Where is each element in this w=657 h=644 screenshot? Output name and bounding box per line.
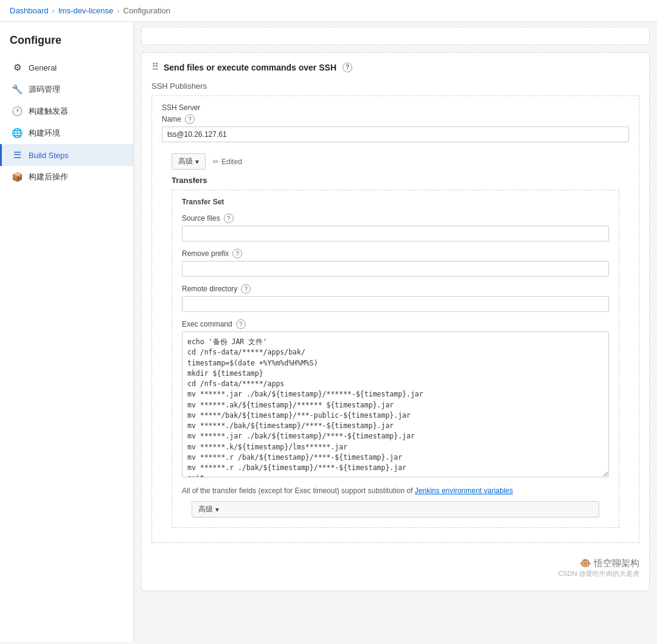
sidebar-item-general[interactable]: ⚙ General — [0, 57, 133, 78]
advanced-label: 高级 — [178, 156, 193, 167]
top-partial-card — [141, 27, 650, 45]
advanced-row: 高级 ▾ ✏ Edited — [162, 150, 629, 173]
pencil-icon: ✏ — [213, 158, 219, 166]
transfer-set-label: Transfer Set — [182, 198, 609, 206]
remote-dir-help-icon[interactable]: ? — [241, 284, 251, 294]
source-files-row: Source files ? — [182, 213, 609, 241]
source-files-help-icon[interactable]: ? — [224, 213, 234, 223]
name-input[interactable] — [162, 126, 629, 142]
sidebar-item-source-mgmt[interactable]: 🔧 源码管理 — [0, 78, 133, 100]
source-files-label: Source files ? — [182, 213, 609, 223]
remove-prefix-label: Remove prefix ? — [182, 249, 609, 258]
ssh-inner-box: SSH Server Name ? 高级 ▾ ✏ — [151, 95, 639, 543]
gear-icon: ⚙ — [12, 62, 23, 73]
drag-icon: ⠿ — [151, 61, 159, 73]
breadcrumb-sep-2: › — [117, 6, 119, 15]
exec-command-row: Exec command ? echo '备份 JAR 文件' cd /nfs-… — [182, 319, 609, 479]
edited-label: Edited — [221, 158, 242, 166]
advanced-button[interactable]: 高级 ▾ — [172, 153, 206, 170]
breadcrumb: Dashboard › lms-dev-license › Configurat… — [0, 0, 657, 22]
sidebar-item-build-trigger[interactable]: 🕐 构建触发器 — [0, 100, 133, 122]
section-help-icon[interactable]: ? — [342, 63, 352, 72]
sidebar: Configure ⚙ General 🔧 源码管理 🕐 构建触发器 🌐 构建环… — [0, 22, 134, 642]
watermark: 🐵 悟空聊架构 CSDN @爱吃牛肉的大老虎 — [142, 550, 649, 581]
transfer-set-box: Transfer Set Source files ? — [172, 190, 619, 528]
breadcrumb-dashboard[interactable]: Dashboard — [10, 6, 49, 15]
bottom-chevron-icon: ▾ — [215, 505, 219, 514]
breadcrumb-sep-1: › — [52, 6, 55, 15]
sidebar-item-build-steps[interactable]: ☰ Build Steps — [0, 144, 133, 166]
transfers-label: Transfers — [162, 173, 629, 190]
ssh-server-label: SSH Server — [162, 103, 629, 112]
chevron-down-icon: ▾ — [195, 158, 199, 166]
exec-command-label: Exec command ? — [182, 319, 609, 329]
breadcrumb-lms[interactable]: lms-dev-license — [58, 6, 113, 15]
name-field-label: Name ? — [162, 114, 629, 124]
sidebar-item-post-build[interactable]: 📦 构建后操作 — [0, 166, 133, 188]
jenkins-link[interactable]: Jenkins environment variables — [415, 486, 513, 495]
source-icon: 🔧 — [12, 84, 23, 95]
transfer-note: All of the transfer fields (except for E… — [182, 486, 609, 495]
remote-directory-row: Remote directory ? — [182, 284, 609, 312]
list-icon: ☰ — [12, 150, 23, 161]
remove-prefix-row: Remove prefix ? — [182, 249, 609, 277]
ssh-section-card: ⠿ Send files or execute commands over SS… — [141, 52, 650, 591]
globe-icon: 🌐 — [12, 128, 23, 139]
bottom-advanced-label: 高级 — [198, 504, 213, 514]
remote-directory-label: Remote directory ? — [182, 284, 609, 294]
clock-icon: 🕐 — [12, 106, 23, 117]
sidebar-label-steps: Build Steps — [29, 151, 69, 160]
sidebar-title: Configure — [0, 32, 133, 57]
section-title: Send files or execute commands over SSH — [164, 63, 336, 72]
exec-help-icon[interactable]: ? — [236, 319, 246, 329]
sidebar-item-build-env[interactable]: 🌐 构建环境 — [0, 122, 133, 144]
ssh-publishers-label: SSH Publishers — [142, 79, 649, 95]
exec-command-textarea[interactable]: echo '备份 JAR 文件' cd /nfs-data/*****/apps… — [182, 331, 609, 477]
box-icon: 📦 — [12, 171, 23, 182]
edited-tag: ✏ Edited — [213, 158, 242, 166]
remove-prefix-input[interactable] — [182, 261, 609, 277]
transfer-set-label-row: Transfer Set — [182, 198, 609, 206]
name-help-icon[interactable]: ? — [185, 114, 195, 124]
sidebar-label-trigger: 构建触发器 — [29, 106, 68, 117]
sidebar-label-general: General — [29, 63, 57, 72]
watermark-line2: CSDN @爱吃牛肉的大老虎 — [142, 569, 639, 578]
main-content: ⠿ Send files or execute commands over SS… — [134, 22, 657, 642]
ssh-server-section: SSH Server Name ? — [162, 103, 629, 142]
remove-prefix-help-icon[interactable]: ? — [232, 249, 242, 258]
section-header: ⠿ Send files or execute commands over SS… — [142, 53, 649, 79]
watermark-line1: 🐵 悟空聊架构 — [142, 558, 639, 569]
bottom-advanced-button[interactable]: 高级 ▾ — [192, 501, 599, 518]
sidebar-label-env: 构建环境 — [29, 128, 60, 139]
bottom-advanced-row: 高级 ▾ — [182, 495, 609, 520]
sidebar-label-post: 构建后操作 — [29, 171, 68, 182]
remote-directory-input[interactable] — [182, 296, 609, 312]
breadcrumb-current: Configuration — [123, 6, 170, 15]
sidebar-label-source: 源码管理 — [29, 84, 60, 95]
source-files-input[interactable] — [182, 226, 609, 241]
